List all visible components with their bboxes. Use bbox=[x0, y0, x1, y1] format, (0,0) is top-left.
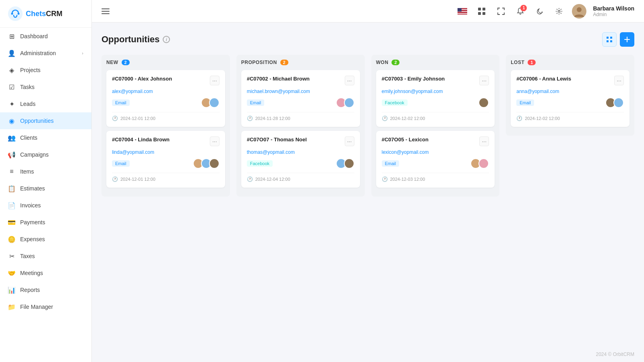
card-header-c07003: #C07003 - Emily Johnson ··· bbox=[382, 76, 489, 85]
sidebar-item-administration[interactable]: 👤 Administration › bbox=[0, 45, 91, 62]
sidebar-item-expenses[interactable]: 🪙 Expenses bbox=[0, 231, 91, 248]
column-header-won: WON 2 bbox=[376, 60, 495, 65]
kanban-column-new: NEW 2 #C07000 - Alex Johnson ··· alex@yo… bbox=[101, 55, 230, 197]
sidebar-item-items[interactable]: ≡ Items bbox=[0, 163, 91, 180]
card-email-c07005[interactable]: lexicon@yopmail.com bbox=[382, 149, 489, 155]
info-icon[interactable]: i bbox=[163, 36, 170, 43]
meetings-icon: 🤝 bbox=[8, 269, 15, 277]
column-badge-proposition: 2 bbox=[280, 60, 288, 65]
fullscreen-icon[interactable] bbox=[495, 5, 507, 18]
user-info: Barbara Wilson Admin bbox=[593, 5, 634, 17]
card-email-c07000[interactable]: alex@yopmail.com bbox=[112, 89, 219, 94]
hamburger-menu[interactable] bbox=[101, 8, 110, 14]
card-menu-c07007[interactable]: ··· bbox=[345, 137, 354, 146]
card-menu-c07002[interactable]: ··· bbox=[345, 76, 354, 85]
card-email-c07004[interactable]: linda@yopmail.com bbox=[112, 149, 219, 155]
avatar bbox=[478, 97, 489, 108]
kanban-card-c07000[interactable]: #C07000 - Alex Johnson ··· alex@yopmail.… bbox=[106, 70, 225, 127]
logo[interactable]: ChetsCRM bbox=[0, 0, 91, 28]
svg-rect-21 bbox=[610, 40, 612, 42]
page-content: Opportunities i bbox=[92, 23, 644, 347]
kanban-card-c07002[interactable]: #C07002 - Michael Brown ··· michael.brow… bbox=[241, 70, 360, 127]
card-avatars-c07007 bbox=[336, 158, 354, 169]
add-opportunity-button[interactable] bbox=[620, 32, 634, 47]
sidebar-item-meetings[interactable]: 🤝 Meetings bbox=[0, 265, 91, 281]
column-header-proposition: PROPOSITION 2 bbox=[241, 60, 360, 65]
card-email-c07002[interactable]: michael.brown@yopmail.com bbox=[247, 89, 354, 94]
kanban-card-c07003[interactable]: #C07003 - Emily Johnson ··· emily.johnso… bbox=[376, 70, 495, 127]
kanban-board: NEW 2 #C07000 - Alex Johnson ··· alex@yo… bbox=[101, 55, 634, 197]
card-menu-c07000[interactable]: ··· bbox=[210, 76, 219, 85]
card-title-c07006: #C07006 - Anna Lewis bbox=[516, 76, 611, 82]
kanban-card-c07006[interactable]: #C07006 - Anna Lewis ··· anna@yopmail.co… bbox=[511, 70, 630, 127]
avatar bbox=[209, 158, 219, 169]
column-header-new: NEW 2 bbox=[106, 60, 225, 65]
svg-rect-7 bbox=[458, 12, 467, 12]
notification-bell[interactable]: 1 bbox=[514, 5, 527, 18]
column-title-proposition: PROPOSITION bbox=[241, 60, 277, 65]
clock-icon: 🕐 bbox=[247, 116, 253, 121]
sidebar-item-opportunities[interactable]: ◉ Opportunities bbox=[0, 112, 91, 129]
avatar bbox=[344, 97, 354, 108]
card-meta-c07007: Facebook bbox=[247, 158, 354, 169]
footer-text: 2024 © OrbitCRM bbox=[596, 352, 634, 357]
svg-rect-13 bbox=[478, 12, 481, 15]
sidebar-label-meetings: Meetings bbox=[20, 270, 43, 276]
clock-icon: 🕐 bbox=[382, 116, 388, 121]
sidebar-item-invoices[interactable]: 📄 Invoices bbox=[0, 197, 91, 214]
clock-icon: 🕐 bbox=[112, 176, 118, 182]
card-avatars-c07005 bbox=[470, 158, 489, 169]
card-date-c07006: 2024-12-02 12:00 bbox=[525, 116, 560, 121]
sidebar-item-payments[interactable]: 💳 Payments bbox=[0, 214, 91, 231]
kanban-card-c07004[interactable]: #C07004 - Linda Brown ··· linda@yopmail.… bbox=[106, 131, 225, 188]
dark-mode-toggle[interactable] bbox=[533, 5, 546, 18]
tasks-icon: ☑ bbox=[8, 83, 15, 91]
expenses-icon: 🪙 bbox=[8, 236, 15, 243]
language-flag[interactable] bbox=[456, 5, 469, 18]
sidebar-label-items: Items bbox=[20, 168, 34, 175]
svg-rect-20 bbox=[607, 40, 609, 42]
avatar bbox=[344, 158, 354, 169]
card-title-c07000: #C07000 - Alex Johnson bbox=[112, 76, 207, 82]
column-badge-won: 2 bbox=[391, 60, 400, 65]
sidebar-item-clients[interactable]: 👥 Clients bbox=[0, 129, 91, 146]
column-title-lost: LOST bbox=[511, 60, 524, 65]
card-email-c07003[interactable]: emily.johnson@yopmail.com bbox=[382, 89, 489, 94]
view-toggle-button[interactable] bbox=[602, 32, 617, 47]
card-header-c07002: #C07002 - Michael Brown ··· bbox=[247, 76, 354, 85]
sidebar-item-taxes[interactable]: ✂ Taxes bbox=[0, 248, 91, 265]
kanban-card-c07005[interactable]: #C07O05 - Lexicon ··· lexicon@yopmail.co… bbox=[376, 131, 495, 188]
sidebar-item-campaigns[interactable]: 📢 Campaigns bbox=[0, 146, 91, 163]
sidebar-item-leads[interactable]: ✦ Leads bbox=[0, 95, 91, 112]
apps-icon[interactable] bbox=[475, 5, 488, 18]
sidebar-item-dashboard[interactable]: ⊞ Dashboard bbox=[0, 28, 91, 45]
card-menu-c07004[interactable]: ··· bbox=[210, 137, 219, 146]
user-avatar[interactable] bbox=[572, 4, 586, 19]
card-date-c07000: 2024-12-01 12:00 bbox=[120, 116, 155, 121]
column-badge-lost: 1 bbox=[528, 60, 536, 65]
main-content: 1 bbox=[92, 0, 644, 362]
sidebar-label-projects: Projects bbox=[20, 67, 41, 73]
card-footer-c07006: 🕐 2024-12-02 12:00 bbox=[516, 112, 624, 121]
page-title: Opportunities bbox=[101, 34, 159, 45]
settings-icon[interactable] bbox=[553, 5, 565, 18]
card-menu-c07003[interactable]: ··· bbox=[479, 76, 489, 85]
sidebar-item-reports[interactable]: 📊 Reports bbox=[0, 281, 91, 298]
card-menu-c07006[interactable]: ··· bbox=[614, 76, 624, 85]
sidebar-item-estimates[interactable]: 📋 Estimates bbox=[0, 180, 91, 197]
sidebar-item-projects[interactable]: ◈ Projects bbox=[0, 62, 91, 79]
card-email-c07006[interactable]: anna@yopmail.com bbox=[516, 89, 624, 94]
card-tag-c07006: Email bbox=[516, 99, 534, 106]
clients-icon: 👥 bbox=[8, 134, 15, 141]
card-avatars-c07000 bbox=[201, 97, 219, 108]
sidebar-item-file-manager[interactable]: 📁 File Manager bbox=[0, 298, 91, 315]
sidebar-item-tasks[interactable]: ☑ Tasks bbox=[0, 79, 91, 95]
card-header-c07007: #C07O07 - Thomas Noel ··· bbox=[247, 137, 354, 146]
card-tag-c07000: Email bbox=[112, 99, 130, 106]
card-menu-c07005[interactable]: ··· bbox=[479, 137, 489, 146]
kanban-card-c07007[interactable]: #C07O07 - Thomas Noel ··· thomas@yopmail… bbox=[241, 131, 360, 188]
header: 1 bbox=[92, 0, 644, 23]
card-email-c07007[interactable]: thomas@yopmail.com bbox=[247, 149, 354, 155]
card-date-c07003: 2024-12-02 12:00 bbox=[390, 116, 425, 121]
leads-icon: ✦ bbox=[8, 100, 15, 108]
